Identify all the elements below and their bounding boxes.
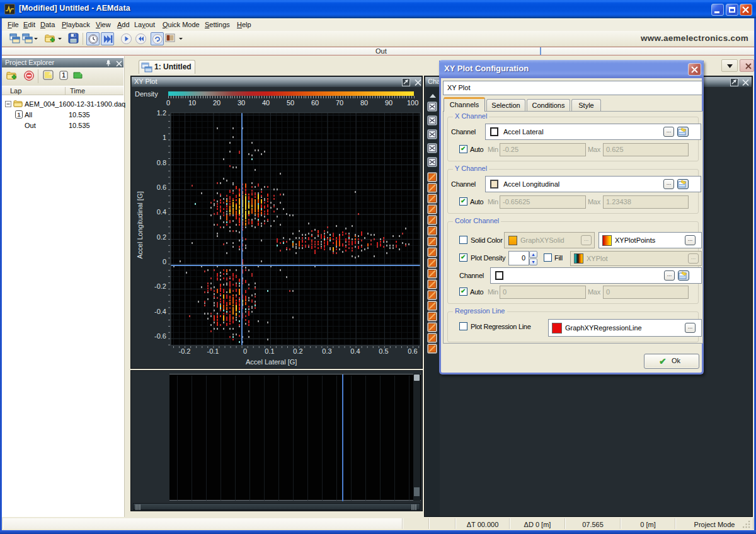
svg-text:1: 1 <box>62 72 66 79</box>
svg-text:1: 1 <box>17 112 20 118</box>
